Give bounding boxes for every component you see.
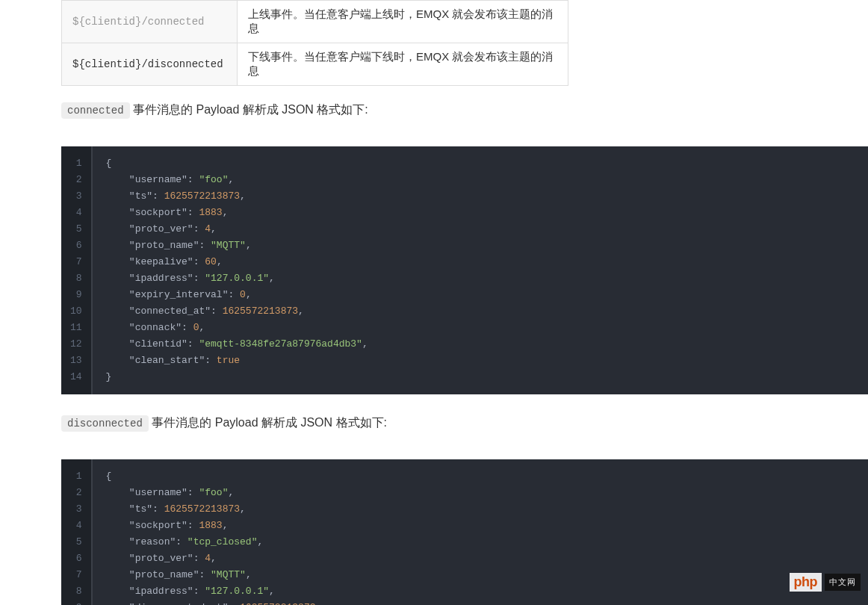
watermark: php 中文网	[790, 573, 861, 592]
connected-desc: connected 事件消息的 Payload 解析成 JSON 格式如下:	[61, 102, 868, 118]
disconnected-payload-code: 1234567891011 { "username": "foo", "ts":…	[61, 459, 868, 605]
topic-cell: ${clientid}/disconnected	[62, 43, 238, 86]
disconnected-text: 事件消息的 Payload 解析成 JSON 格式如下:	[149, 416, 387, 429]
disconnected-code: disconnected	[61, 415, 149, 432]
sys-topic-table: ${clientid}/connected上线事件。当任意客户端上线时，EMQX…	[61, 0, 568, 86]
table-row: ${clientid}/disconnected下线事件。当任意客户端下线时，E…	[62, 43, 568, 86]
watermark-php: php	[790, 573, 822, 592]
desc-cell: 上线事件。当任意客户端上线时，EMQX 就会发布该主题的消息	[238, 1, 568, 43]
watermark-cn: 中文网	[825, 574, 861, 591]
connected-text: 事件消息的 Payload 解析成 JSON 格式如下:	[130, 103, 368, 116]
connected-payload-code: 1234567891011121314 { "username": "foo",…	[61, 146, 868, 394]
connected-code: connected	[61, 102, 130, 119]
desc-cell: 下线事件。当任意客户端下线时，EMQX 就会发布该主题的消息	[238, 43, 568, 86]
topic-cell: ${clientid}/connected	[62, 1, 238, 43]
table-row: ${clientid}/connected上线事件。当任意客户端上线时，EMQX…	[62, 1, 568, 43]
disconnected-desc: disconnected 事件消息的 Payload 解析成 JSON 格式如下…	[61, 415, 868, 431]
